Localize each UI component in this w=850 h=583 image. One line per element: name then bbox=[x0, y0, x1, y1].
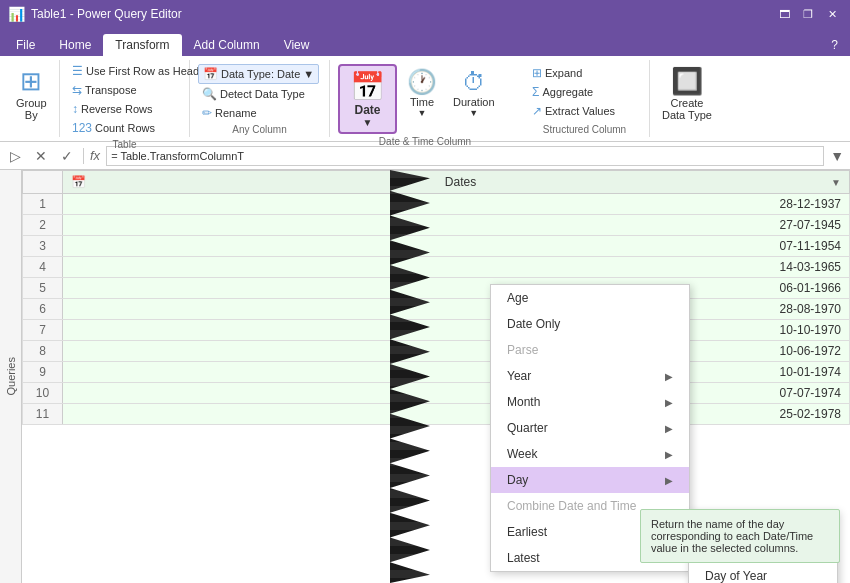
tab-home[interactable]: Home bbox=[47, 34, 103, 56]
group-by-icon: ⊞ bbox=[20, 66, 42, 97]
date-cell: 07-11-1954 bbox=[63, 236, 850, 257]
data-table: 📅 Dates ▼ 128-12-1937227-07-1945307-11-1… bbox=[22, 170, 850, 425]
close-btn[interactable]: ✕ bbox=[822, 4, 842, 24]
tooltip-box: Return the name of the day corresponding… bbox=[640, 509, 840, 563]
table-row: 227-07-1945 bbox=[23, 215, 850, 236]
expand-button[interactable]: ⊞ Expand bbox=[528, 64, 619, 82]
formula-input[interactable] bbox=[106, 146, 824, 166]
group-datetime: 📅 Date ▼ 🕐 Time ▼ ⏱ Duration ▼ Date & Ti… bbox=[330, 60, 520, 137]
expand-label: Expand bbox=[545, 67, 582, 79]
menu-week[interactable]: Week ▶ bbox=[491, 441, 689, 467]
menu-day-of-year[interactable]: Day of Year bbox=[689, 563, 837, 583]
title-text: Table1 - Power Query Editor bbox=[31, 7, 774, 21]
time-arrow: ▼ bbox=[418, 108, 427, 118]
extract-values-button[interactable]: ↗ Extract Values bbox=[528, 102, 619, 120]
count-rows-label: Count Rows bbox=[95, 122, 155, 134]
create-dt-label: CreateData Type bbox=[662, 97, 712, 121]
time-icon: 🕐 bbox=[407, 68, 437, 96]
dates-column-header: 📅 Dates ▼ bbox=[63, 171, 850, 194]
time-button[interactable]: 🕐 Time ▼ bbox=[401, 64, 443, 122]
duration-arrow: ▼ bbox=[469, 108, 478, 118]
extract-icon: ↗ bbox=[532, 104, 542, 118]
date-cell: 10-01-1974 bbox=[63, 362, 850, 383]
detect-data-type-button[interactable]: 🔍 Detect Data Type bbox=[198, 85, 319, 103]
tab-add-column[interactable]: Add Column bbox=[182, 34, 272, 56]
structured-group-label: Structured Column bbox=[528, 122, 641, 135]
data-type-label: Data Type: Date ▼ bbox=[221, 68, 314, 80]
dates-header-dropdown[interactable]: ▼ bbox=[831, 177, 841, 188]
menu-month[interactable]: Month ▶ bbox=[491, 389, 689, 415]
table-body: 128-12-1937227-07-1945307-11-1954414-03-… bbox=[23, 194, 850, 425]
date-cell: 28-08-1970 bbox=[63, 299, 850, 320]
rename-icon: ✏ bbox=[202, 106, 212, 120]
date-cell: 07-07-1974 bbox=[63, 383, 850, 404]
table-row: 910-01-1974 bbox=[23, 362, 850, 383]
create-dt-icon: 🔲 bbox=[671, 66, 703, 97]
date-cell: 06-01-1966 bbox=[63, 278, 850, 299]
tab-transform[interactable]: Transform bbox=[103, 34, 181, 56]
group-by-button[interactable]: ⊞ GroupBy bbox=[8, 62, 55, 125]
rename-button[interactable]: ✏ Rename bbox=[198, 104, 319, 122]
duration-icon: ⏱ bbox=[462, 68, 486, 96]
table-row: 506-01-1966 bbox=[23, 278, 850, 299]
duration-label: Duration bbox=[453, 96, 495, 108]
table-group-label: Table bbox=[68, 137, 181, 150]
count-rows-icon: 123 bbox=[72, 121, 92, 135]
table-row: 1125-02-1978 bbox=[23, 404, 850, 425]
table-row: 128-12-1937 bbox=[23, 194, 850, 215]
expand-icon: ⊞ bbox=[532, 66, 542, 80]
menu-year[interactable]: Year ▶ bbox=[491, 363, 689, 389]
date-button[interactable]: 📅 Date ▼ bbox=[338, 64, 397, 134]
row-num-header bbox=[23, 171, 63, 194]
table-row: 710-10-1970 bbox=[23, 320, 850, 341]
data-type-icon: 📅 bbox=[203, 67, 218, 81]
datetime-group-label: Date & Time Column bbox=[338, 134, 512, 147]
rename-label: Rename bbox=[215, 107, 257, 119]
tab-file[interactable]: File bbox=[4, 34, 47, 56]
nav-back-btn[interactable]: 🗖 bbox=[774, 4, 794, 24]
queries-label: Queries bbox=[5, 357, 17, 396]
title-bar: 📊 Table1 - Power Query Editor 🗖 ❐ ✕ bbox=[0, 0, 850, 28]
minimize-btn[interactable]: ❐ bbox=[798, 4, 818, 24]
detect-icon: 🔍 bbox=[202, 87, 217, 101]
row-number: 5 bbox=[23, 278, 63, 299]
duration-button[interactable]: ⏱ Duration ▼ bbox=[447, 64, 501, 122]
group-structured: ⊞ Expand Σ Aggregate ↗ Extract Values St… bbox=[520, 60, 650, 137]
table-row: 414-03-1965 bbox=[23, 257, 850, 278]
group-label bbox=[8, 133, 51, 135]
any-column-label: Any Column bbox=[198, 122, 321, 135]
transpose-label: Transpose bbox=[85, 84, 137, 96]
main-content: Queries 📅 Dates ▼ 128-12-1937227-07-19 bbox=[0, 170, 850, 583]
date-cell: 25-02-1978 bbox=[63, 404, 850, 425]
menu-quarter[interactable]: Quarter ▶ bbox=[491, 415, 689, 441]
row-number: 2 bbox=[23, 215, 63, 236]
menu-age[interactable]: Age bbox=[491, 285, 689, 311]
menu-day[interactable]: Day ▶ bbox=[491, 467, 689, 493]
formula-expand-btn[interactable]: ▷ bbox=[6, 146, 25, 166]
group-table: ⊞ GroupBy bbox=[0, 60, 60, 137]
formula-cancel-btn[interactable]: ✕ bbox=[31, 146, 51, 166]
reverse-rows-label: Reverse Rows bbox=[81, 103, 153, 115]
use-first-row-icon: ☰ bbox=[72, 64, 83, 78]
create-data-type-button[interactable]: 🔲 CreateData Type bbox=[658, 62, 716, 125]
group-table-ops: ☰ Use First Row as Headers ⇆ Transpose ↕… bbox=[60, 60, 190, 137]
help-btn[interactable]: ? bbox=[823, 34, 846, 56]
formula-dropdown-btn[interactable]: ▼ bbox=[830, 148, 844, 164]
date-icon: 📅 bbox=[350, 70, 385, 103]
tab-view[interactable]: View bbox=[272, 34, 322, 56]
ribbon: ⊞ GroupBy ☰ Use First Row as Headers ⇆ T… bbox=[0, 56, 850, 142]
date-cell: 14-03-1965 bbox=[63, 257, 850, 278]
transpose-icon: ⇆ bbox=[72, 83, 82, 97]
aggregate-button[interactable]: Σ Aggregate bbox=[528, 83, 619, 101]
date-cell: 28-12-1937 bbox=[63, 194, 850, 215]
data-type-button[interactable]: 📅 Data Type: Date ▼ bbox=[198, 64, 319, 84]
date-cell: 10-06-1972 bbox=[63, 341, 850, 362]
row-number: 6 bbox=[23, 299, 63, 320]
menu-date-only[interactable]: Date Only bbox=[491, 311, 689, 337]
table-row: 1007-07-1974 bbox=[23, 383, 850, 404]
row-number: 7 bbox=[23, 320, 63, 341]
group-any-column: 📅 Data Type: Date ▼ 🔍 Detect Data Type ✏… bbox=[190, 60, 330, 137]
date-dropdown-arrow: ▼ bbox=[363, 117, 373, 128]
aggregate-icon: Σ bbox=[532, 85, 539, 99]
formula-fx-label: fx bbox=[90, 148, 100, 163]
